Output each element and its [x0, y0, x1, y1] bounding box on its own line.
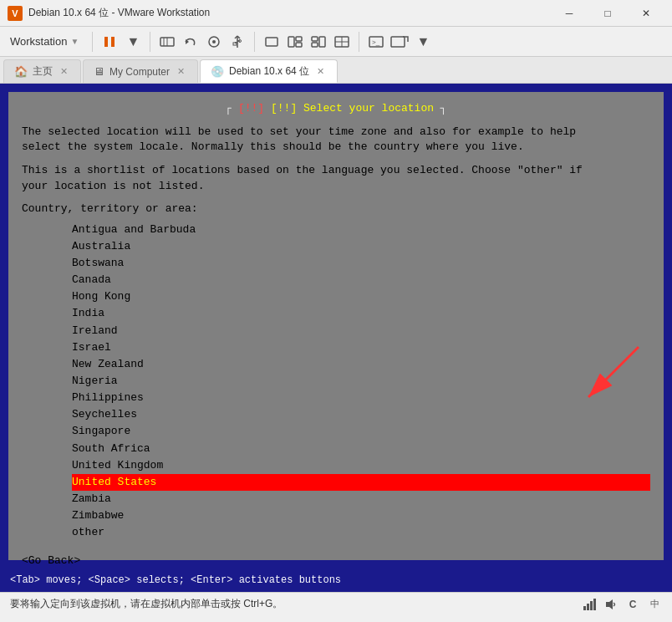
installer-title: ┌ [!!] [!!] Select your location ┐ — [22, 102, 650, 115]
installer-desc2: This is a shortlist of locations based o… — [22, 163, 650, 193]
mycomputer-tab-close[interactable]: ✕ — [175, 65, 187, 78]
svg-rect-35 — [593, 599, 596, 610]
country-singapore[interactable]: Singapore — [72, 423, 650, 440]
csd-icon[interactable]: C — [625, 597, 640, 612]
country-ireland[interactable]: Ireland — [72, 323, 650, 339]
tab-home[interactable]: 🏠 主页 ✕ — [3, 59, 81, 83]
pause-icon[interactable] — [99, 32, 120, 52]
debian-tab-label: Debian 10.x 64 位 — [229, 64, 309, 79]
svg-point-9 — [212, 40, 216, 43]
country-label: Country, territory or area: — [22, 202, 650, 215]
home-tab-label: 主页 — [33, 64, 53, 79]
installer-desc1: The selected location will be used to se… — [22, 125, 650, 155]
country-southafrica[interactable]: South Africa — [72, 441, 650, 457]
country-seychelles[interactable]: Seychelles — [72, 406, 650, 423]
vm-status-bar: <Tab> moves; <Space> selects; <Enter> ac… — [0, 568, 672, 592]
ctrl-alt-del-icon[interactable] — [157, 32, 177, 52]
country-botswana[interactable]: Botswana — [72, 255, 650, 272]
input-icon[interactable]: 中 — [647, 597, 662, 612]
view-icon-1[interactable] — [262, 32, 282, 52]
country-hongkong[interactable]: Hong Kong — [72, 288, 650, 305]
status-text: <Tab> moves; <Space> selects; <Enter> ac… — [10, 574, 341, 586]
home-tab-icon: 🏠 — [14, 65, 28, 78]
dropdown-arrow: ▼ — [70, 37, 79, 46]
svg-rect-33 — [587, 604, 589, 610]
revert-icon[interactable] — [181, 32, 201, 52]
country-israel[interactable]: Israel — [72, 339, 650, 356]
bottom-info-bar: 要将输入定向到该虚拟机，请在虚拟机内部单击或按 Ctrl+G。 C 中 — [0, 592, 672, 615]
svg-rect-22 — [319, 37, 325, 47]
country-newzealand[interactable]: New Zealand — [72, 356, 650, 373]
fullscreen-icon[interactable] — [389, 32, 410, 52]
close-button[interactable]: ✕ — [627, 0, 665, 27]
svg-rect-18 — [288, 37, 294, 47]
mycomputer-tab-icon: 🖥 — [94, 65, 104, 78]
country-other[interactable]: other — [72, 524, 650, 541]
svg-rect-29 — [391, 37, 405, 47]
titlebar-controls: ─ □ ✕ — [550, 0, 665, 27]
toolbar-divider-2 — [150, 32, 150, 52]
go-back-button[interactable]: <Go Back> — [22, 554, 650, 567]
view-icon-4[interactable] — [332, 32, 352, 52]
svg-rect-23 — [312, 43, 318, 47]
country-list[interactable]: Antigua and Barbuda Australia Botswana C… — [72, 222, 650, 542]
tab-debian[interactable]: 💿 Debian 10.x 64 位 ✕ — [200, 59, 338, 83]
volume-icon[interactable] — [603, 597, 619, 612]
debian-tab-icon: 💿 — [211, 65, 224, 78]
svg-text:V: V — [12, 8, 18, 18]
svg-rect-17 — [266, 38, 277, 46]
mycomputer-tab-label: My Computer — [109, 66, 170, 78]
snapshot-icon[interactable] — [204, 32, 224, 52]
app-icon: V — [7, 5, 23, 22]
country-uk[interactable]: United Kingdom — [72, 457, 650, 474]
country-australia[interactable]: Australia — [72, 238, 650, 255]
workstation-menu[interactable]: Workstation ▼ — [3, 32, 85, 51]
svg-rect-21 — [312, 37, 318, 41]
svg-rect-20 — [296, 43, 302, 47]
menu-toolbar-bar: Workstation ▼ ▼ >_ ▼ — [0, 27, 672, 57]
svg-rect-3 — [111, 37, 115, 47]
country-us[interactable]: United States — [72, 474, 650, 491]
system-tray: C 中 — [582, 597, 662, 612]
svg-rect-2 — [104, 37, 108, 47]
country-zambia[interactable]: Zambia — [72, 491, 650, 507]
title-bar: V Debian 10.x 64 位 - VMware Workstation … — [0, 0, 672, 27]
terminal-icon[interactable]: >_ — [366, 32, 386, 52]
network-icon[interactable] — [582, 597, 597, 612]
workstation-label: Workstation — [10, 35, 67, 48]
country-philippines[interactable]: Philippines — [72, 390, 650, 406]
toolbar-divider-3 — [254, 32, 255, 52]
installer-title-text: [!!] Select your location — [271, 102, 434, 115]
svg-rect-32 — [583, 606, 586, 610]
info-text: 要将输入定向到该虚拟机，请在虚拟机内部单击或按 Ctrl+G。 — [10, 597, 283, 611]
country-india[interactable]: India — [72, 305, 650, 322]
country-antigua[interactable]: Antigua and Barbuda — [72, 222, 650, 238]
view-icon-2[interactable] — [285, 32, 305, 52]
fullscreen-dropdown-icon[interactable]: ▼ — [413, 32, 433, 52]
svg-marker-36 — [606, 599, 613, 609]
svg-text:>_: >_ — [372, 38, 380, 46]
country-nigeria[interactable]: Nigeria — [72, 373, 650, 390]
minimize-button[interactable]: ─ — [550, 0, 588, 27]
vm-display-area[interactable]: ┌ [!!] [!!] Select your location ┐ The s… — [0, 84, 672, 568]
svg-rect-34 — [590, 601, 593, 610]
view-icon-3[interactable] — [308, 32, 328, 52]
svg-rect-19 — [296, 37, 302, 41]
window-title: Debian 10.x 64 位 - VMware Workstation — [28, 6, 550, 20]
usb-icon[interactable] — [227, 32, 247, 52]
home-tab-close[interactable]: ✕ — [58, 65, 70, 78]
toolbar-divider-1 — [92, 32, 93, 52]
toolbar-divider-4 — [359, 32, 359, 52]
tabs-bar: 🏠 主页 ✕ 🖥 My Computer ✕ 💿 Debian 10.x 64 … — [0, 57, 672, 84]
maximize-button[interactable]: □ — [588, 0, 627, 27]
tab-mycomputer[interactable]: 🖥 My Computer ✕ — [83, 59, 198, 83]
pause-dropdown-icon[interactable]: ▼ — [123, 32, 143, 52]
debian-tab-close[interactable]: ✕ — [314, 65, 327, 78]
country-canada[interactable]: Canada — [72, 272, 650, 288]
debian-installer-screen[interactable]: ┌ [!!] [!!] Select your location ┐ The s… — [8, 92, 664, 560]
svg-rect-14 — [233, 43, 237, 45]
country-zimbabwe[interactable]: Zimbabwe — [72, 507, 650, 524]
